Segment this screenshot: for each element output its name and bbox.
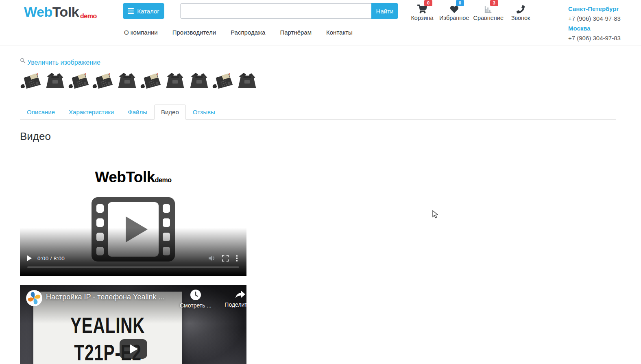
youtube-embed[interactable]: YEALINK T21P-E2 НАСТРОЙКА Настройка IP -… xyxy=(20,285,246,364)
product-thumbnail-back[interactable] xyxy=(188,71,210,90)
poster-logo-tolk: Tolk xyxy=(126,169,155,185)
watch-later-clock-icon xyxy=(190,289,201,301)
cart-label: Корзина xyxy=(411,15,433,21)
mouse-cursor xyxy=(432,210,439,219)
main-nav: О компании Производители Распродажа Парт… xyxy=(124,29,353,36)
tab-characteristics[interactable]: Характеристики xyxy=(62,105,121,120)
catalog-button[interactable]: Каталог xyxy=(123,3,164,19)
tab-description[interactable]: Описание xyxy=(20,105,62,120)
youtube-watch-later-button[interactable]: Смотреть ... xyxy=(177,289,215,309)
magnifier-icon xyxy=(20,58,26,63)
quick-links: 0 Корзина 0 Избранное 3 Сравнение xyxy=(409,3,534,21)
logo-tolk: Tolk xyxy=(52,4,79,20)
logo-demo: demo xyxy=(80,13,97,20)
share-label: Поделиться xyxy=(225,301,246,308)
contact-phone-moscow: +7 (906) 304-97-83 xyxy=(568,33,621,43)
product-thumbnail-front[interactable] xyxy=(92,71,114,90)
product-thumbnails xyxy=(20,71,258,90)
tab-files[interactable]: Файлы xyxy=(121,105,154,120)
compare-label: Сравнение xyxy=(473,15,504,21)
thumbnail-line-1: YEALINK xyxy=(70,311,145,340)
product-thumbnail-front[interactable] xyxy=(68,71,90,90)
product-tabs: Описание Характеристики Файлы Видео Отзы… xyxy=(20,105,616,120)
cart-badge: 0 xyxy=(424,0,432,6)
watch-later-label: Смотреть ... xyxy=(180,302,211,309)
product-thumbnail-front[interactable] xyxy=(212,71,234,90)
youtube-thumbnail-card: YEALINK T21P-E2 НАСТРОЙКА xyxy=(33,292,182,364)
contact-city-spb[interactable]: Санкт-Петербург xyxy=(568,4,621,14)
contact-city-moscow[interactable]: Москва xyxy=(568,24,621,33)
nav-item-contacts[interactable]: Контакты xyxy=(326,29,353,36)
youtube-actions: Смотреть ... Поделиться xyxy=(177,289,246,309)
fullscreen-icon xyxy=(222,255,229,262)
video-poster-logo: WebTolkdemo xyxy=(20,169,246,186)
video-section-heading: Видео xyxy=(20,130,51,143)
cart-button[interactable]: 0 Корзина xyxy=(409,3,435,21)
product-thumbnail-front[interactable] xyxy=(140,71,162,90)
product-thumbnail-front[interactable] xyxy=(20,71,42,90)
video-player[interactable]: WebTolkdemo 0:00 / 8:00 xyxy=(20,148,246,276)
contacts-block: Санкт-Петербург +7 (906) 304-97-83 Москв… xyxy=(568,4,621,43)
nav-item-about[interactable]: О компании xyxy=(124,29,158,36)
compare-badge: 3 xyxy=(490,0,498,6)
contact-phone-spb: +7 (906) 304-97-83 xyxy=(568,14,621,24)
youtube-share-button[interactable]: Поделиться xyxy=(221,289,246,309)
video-time-display: 0:00 / 8:00 xyxy=(37,255,65,262)
nav-item-partners[interactable]: Партнёрам xyxy=(280,29,312,36)
video-progress-bar[interactable] xyxy=(27,266,239,268)
nav-item-manufacturers[interactable]: Производители xyxy=(172,29,216,36)
favorites-button[interactable]: 0 Избранное xyxy=(439,3,469,21)
share-arrow-icon xyxy=(234,289,246,300)
enlarge-image-label: Увеличить изображение xyxy=(27,59,100,66)
product-thumbnail-back[interactable] xyxy=(116,71,138,90)
hamburger-icon xyxy=(128,8,134,14)
video-fullscreen-button[interactable] xyxy=(222,255,229,262)
enlarge-image-link[interactable]: Увеличить изображение xyxy=(20,58,100,65)
film-strip-play-icon xyxy=(92,197,175,262)
page: WebTolkdemo Каталог Найти 0 Корзина 0 xyxy=(0,0,641,364)
speaker-muted-icon xyxy=(208,255,216,262)
video-play-button[interactable] xyxy=(27,255,32,261)
video-more-options-button[interactable] xyxy=(235,255,240,262)
tab-video[interactable]: Видео xyxy=(154,105,186,120)
poster-logo-demo: demo xyxy=(155,177,172,183)
youtube-channel-avatar[interactable] xyxy=(26,290,42,306)
video-controls: 0:00 / 8:00 xyxy=(27,255,239,262)
call-button[interactable]: Звонок xyxy=(508,3,534,21)
video-mute-button[interactable] xyxy=(208,255,216,262)
call-label: Звонок xyxy=(511,15,530,21)
search-form: Найти xyxy=(180,3,398,19)
product-thumbnail-back[interactable] xyxy=(44,71,66,90)
nav-item-sale[interactable]: Распродажа xyxy=(231,29,265,36)
site-header: WebTolkdemo Каталог Найти 0 Корзина 0 xyxy=(0,0,641,46)
catalog-button-label: Каталог xyxy=(137,8,159,15)
product-thumbnail-back[interactable] xyxy=(236,71,258,90)
search-input[interactable] xyxy=(180,3,371,19)
site-logo[interactable]: WebTolkdemo xyxy=(24,4,97,20)
favorites-label: Избранное xyxy=(439,15,469,21)
tab-reviews[interactable]: Отзывы xyxy=(186,105,222,120)
logo-web: Web xyxy=(24,4,52,20)
product-thumbnail-back[interactable] xyxy=(164,71,186,90)
favorites-badge: 0 xyxy=(456,0,464,6)
search-button[interactable]: Найти xyxy=(371,3,398,19)
phone-icon xyxy=(517,5,525,13)
youtube-play-button[interactable] xyxy=(120,339,147,359)
heart-icon xyxy=(450,5,459,13)
poster-logo-web: Web xyxy=(95,169,126,185)
youtube-video-title[interactable]: Настройка IP - телефона Yealink ... xyxy=(46,293,164,301)
compare-button[interactable]: 3 Сравнение xyxy=(473,3,504,21)
compare-chart-icon xyxy=(484,5,493,13)
